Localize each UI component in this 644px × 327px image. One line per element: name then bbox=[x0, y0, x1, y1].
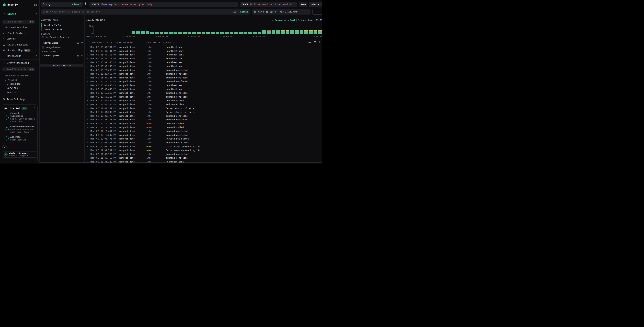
help-button[interactable]: ? bbox=[2, 145, 7, 150]
sidebar-collapse-icon[interactable] bbox=[34, 4, 37, 6]
mode-event-patterns[interactable]: Event Patterns bbox=[41, 27, 80, 31]
histogram-bar[interactable] bbox=[197, 32, 200, 34]
get-started-item-2[interactable]: Add DataStart sending bbox=[4, 136, 35, 141]
histogram-bar[interactable] bbox=[188, 32, 191, 34]
expand-row-icon[interactable] bbox=[86, 115, 88, 116]
histogram-bar[interactable] bbox=[164, 32, 168, 34]
table-row[interactable]: Mar 9 3:12:33.175 PMmongodb-demoinfocomm… bbox=[84, 114, 322, 118]
histogram-bar[interactable] bbox=[290, 30, 294, 34]
histogram-bar[interactable] bbox=[174, 32, 177, 34]
histogram-bar[interactable] bbox=[258, 32, 261, 34]
table-row[interactable]: Mar 9 3:12:06.491 PMmongodb-demoinfoRepl… bbox=[84, 141, 322, 145]
expand-row-icon[interactable] bbox=[86, 54, 88, 55]
histogram-bar[interactable] bbox=[225, 32, 229, 34]
presets-toggle[interactable]: PRESETS bbox=[0, 78, 40, 82]
filter-group-servicename[interactable]: ServiceName bbox=[41, 41, 83, 44]
table-row[interactable]: Mar 9 3:13:20.223 PMmongodb-demoinfocomm… bbox=[84, 76, 322, 80]
col-header-severitytext[interactable]: SeverityText bbox=[144, 40, 162, 45]
expand-row-icon[interactable] bbox=[86, 70, 88, 71]
table-row[interactable]: Mar 9 3:12:16.637 PMmongodb-demoinfocomm… bbox=[84, 129, 322, 133]
save-button[interactable]: Save bbox=[299, 2, 307, 7]
source-selector[interactable]: Logs Schema bbox=[40, 2, 83, 7]
table-row[interactable]: Mar 9 3:13:44.110 PMmongodb-demoinfoHear… bbox=[84, 53, 322, 57]
table-row[interactable]: Mar 9 3:13:20.223 PMmongodb-demoinfocomm… bbox=[84, 80, 322, 84]
orderby-clause-input[interactable]: ORDER BY (TimestampTime, Timestamp) DESC bbox=[240, 2, 297, 7]
schema-link[interactable]: Schema bbox=[72, 3, 79, 6]
chart-icon[interactable] bbox=[77, 54, 79, 57]
mode-results-table[interactable]: Results Table bbox=[41, 23, 80, 27]
expand-row-icon[interactable] bbox=[86, 130, 88, 132]
expand-row-icon[interactable] bbox=[86, 150, 88, 151]
table-row[interactable]: Mar 9 3:12:16.637 PMmongodb-demoinfocomm… bbox=[84, 133, 322, 137]
histogram-bar[interactable] bbox=[141, 30, 144, 34]
alerts-button[interactable]: Alerts bbox=[309, 2, 322, 7]
histogram-bar[interactable] bbox=[146, 31, 149, 34]
expand-row-icon[interactable] bbox=[86, 134, 88, 136]
sidebar-item-service-map[interactable]: Service MapBETA bbox=[0, 48, 40, 52]
expand-row-icon[interactable] bbox=[86, 96, 88, 98]
date-range-picker[interactable]: Mar 8 15:13:49 - Mar 9 15:13:49 bbox=[252, 9, 310, 14]
saved-dashboards-input[interactable]: ⌘ K bbox=[2, 67, 36, 71]
histogram-bar[interactable] bbox=[234, 32, 238, 34]
histogram-bar[interactable] bbox=[192, 32, 196, 34]
table-row[interactable]: Mar 9 3:12:44.506 PMmongodb-demoinfoend … bbox=[84, 103, 322, 106]
histogram-bar[interactable] bbox=[276, 30, 280, 34]
histogram-bar[interactable] bbox=[155, 32, 159, 34]
more-filters-button[interactable]: More filters bbox=[40, 64, 83, 67]
histogram-bar[interactable] bbox=[211, 32, 214, 34]
expand-row-icon[interactable] bbox=[86, 66, 88, 67]
histogram-bar[interactable] bbox=[281, 30, 284, 34]
expand-row-icon[interactable] bbox=[86, 123, 88, 124]
expand-row-icon[interactable] bbox=[86, 88, 88, 90]
load-more-button[interactable]: Load more bbox=[42, 50, 56, 53]
chart-icon[interactable] bbox=[77, 42, 79, 44]
table-row[interactable]: Mar 9 3:12:01.797 PMmongodb-demowarnCach… bbox=[84, 148, 322, 152]
user-card[interactable]: D dominic.tran@c… dominic.tran@cli… bbox=[2, 151, 38, 158]
saved-dashboards-field[interactable] bbox=[6, 68, 29, 70]
table-row[interactable]: Mar 9 3:13:28.660 PMmongodb-demoinfocomm… bbox=[84, 72, 322, 76]
nav-team-settings[interactable]: ⚙ Team Settings bbox=[0, 97, 40, 102]
histogram-bar[interactable] bbox=[253, 32, 257, 34]
expand-row-icon[interactable] bbox=[86, 92, 88, 94]
expand-row-icon[interactable] bbox=[86, 73, 88, 74]
sidebar-item-alerts[interactable]: Alerts bbox=[0, 36, 40, 41]
expand-row-icon[interactable] bbox=[86, 138, 88, 139]
histogram-bar[interactable] bbox=[244, 32, 247, 34]
table-row[interactable]: Mar 9 3:12:01.797 PMmongodb-demowarnCach… bbox=[84, 145, 322, 148]
table-row[interactable]: Mar 9 3:12:44.506 PMmongodb-demoinfoend … bbox=[84, 99, 322, 103]
histogram-bar[interactable] bbox=[150, 32, 154, 34]
histogram-bar[interactable] bbox=[286, 30, 289, 34]
histogram-bar[interactable] bbox=[178, 32, 182, 34]
table-row[interactable]: Mar 9 3:13:49.731 PMmongodb-demoinfoHear… bbox=[84, 49, 322, 53]
saved-searches-input[interactable]: ⌘ K bbox=[2, 20, 36, 24]
nav-search[interactable]: Search bbox=[0, 12, 40, 16]
resume-live-tail-button[interactable]: Resume Live Tail bbox=[271, 18, 296, 22]
histogram-bar[interactable] bbox=[318, 30, 322, 34]
preset-services[interactable]: Services bbox=[7, 86, 18, 89]
event-search-field[interactable] bbox=[43, 10, 232, 13]
histogram-bar[interactable] bbox=[295, 30, 299, 34]
source-settings-gear-icon[interactable]: ⚙ bbox=[84, 2, 87, 5]
histogram-bar[interactable] bbox=[220, 32, 224, 34]
histogram-bar[interactable] bbox=[239, 32, 243, 34]
table-row[interactable]: Mar 9 3:13:49.731 PMmongodb-demoinfoHear… bbox=[84, 45, 322, 49]
col-header-timestamp[interactable]: Timestamp (Local) bbox=[90, 40, 112, 45]
filter-group-severitytext[interactable]: SeverityText bbox=[41, 54, 83, 57]
table-row[interactable]: Mar 9 3:13:39.143 PMmongodb-demoinfoHear… bbox=[84, 60, 322, 64]
saved-searches-field[interactable] bbox=[6, 21, 29, 23]
expand-row-icon[interactable] bbox=[86, 77, 88, 78]
histogram-bar[interactable] bbox=[183, 32, 187, 34]
drag-grip-icon[interactable] bbox=[163, 42, 164, 44]
expand-row-icon[interactable] bbox=[86, 81, 88, 82]
expand-row-icon[interactable] bbox=[86, 50, 88, 52]
event-search-bar[interactable]: SQL | Lucene bbox=[40, 9, 250, 14]
histogram-bar[interactable] bbox=[202, 32, 205, 34]
expand-row-icon[interactable] bbox=[86, 146, 88, 147]
lang-lucene-toggle[interactable]: Lucene bbox=[240, 10, 248, 13]
histogram-bar[interactable] bbox=[314, 30, 317, 34]
histogram-bar[interactable] bbox=[136, 31, 140, 34]
col-header-servicename[interactable]: ServiceName bbox=[116, 40, 133, 45]
table-row[interactable]: Mar 9 3:12:55.215 PMmongodb-demoinfocomm… bbox=[84, 91, 322, 95]
create-dashboard-button[interactable]: + Create Dashboard bbox=[4, 62, 29, 64]
table-row[interactable]: Mar 9 3:12:06.491 PMmongodb-demoinfoRepl… bbox=[84, 137, 322, 141]
